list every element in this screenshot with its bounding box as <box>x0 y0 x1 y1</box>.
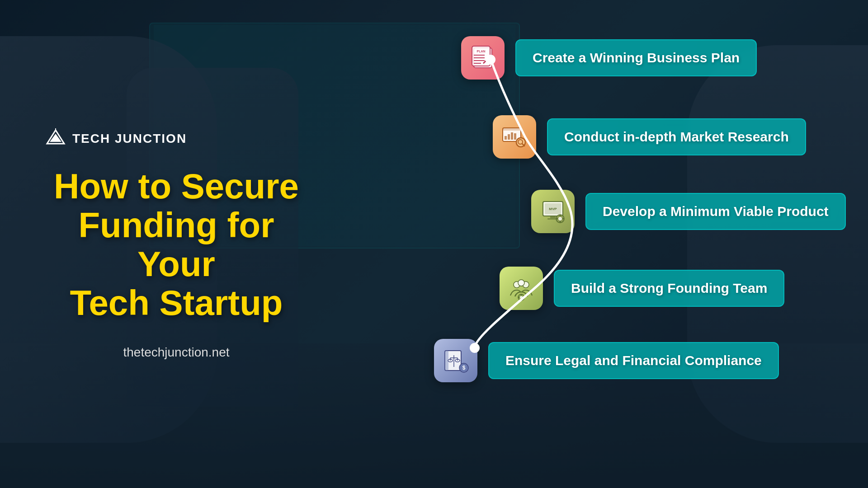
svg-rect-39 <box>521 299 522 300</box>
main-heading: How to Secure Funding for Your Tech Star… <box>45 167 307 322</box>
logo-area: TECH JUNCTION <box>45 128 307 149</box>
svg-point-35 <box>518 280 524 286</box>
brand-logo-icon <box>45 128 66 149</box>
step-3-icon: MVP <box>531 190 575 233</box>
svg-rect-38 <box>521 294 522 296</box>
step-4-text: Build a Strong Founding Team <box>571 281 767 296</box>
mvp-icon: MVP <box>539 198 566 225</box>
svg-text:PLAN: PLAN <box>476 50 485 53</box>
step-4: Build a Strong Founding Team <box>500 267 784 310</box>
svg-rect-40 <box>518 297 519 298</box>
step-5-label: Ensure Legal and Financial Compliance <box>488 342 779 379</box>
svg-point-28 <box>558 217 562 221</box>
svg-rect-32 <box>562 218 564 220</box>
svg-rect-25 <box>550 216 556 218</box>
step-5: $ Ensure Legal and Financial Compliance <box>434 339 779 382</box>
main-content: TECH JUNCTION How to Secure Funding for … <box>0 0 868 488</box>
step-1: PLAN Create a Winning Business Plan <box>461 36 757 80</box>
step-2-icon <box>493 115 536 159</box>
svg-rect-16 <box>508 134 510 140</box>
svg-point-37 <box>520 296 523 299</box>
heading-line1: How to Secure <box>54 166 299 206</box>
svg-rect-41 <box>523 297 524 298</box>
step-5-text: Ensure Legal and Financial Compliance <box>505 353 762 368</box>
step-4-label: Build a Strong Founding Team <box>554 270 784 307</box>
step-2: Conduct in-depth Market Research <box>493 115 806 159</box>
plan-icon: PLAN <box>469 44 496 71</box>
step-2-label: Conduct in-depth Market Research <box>547 118 806 155</box>
svg-text:$: $ <box>462 365 466 371</box>
step-1-icon: PLAN <box>461 36 505 80</box>
heading-line2: Funding for Your <box>78 205 274 284</box>
website-url: thetechjunction.net <box>45 345 307 360</box>
step-5-icon: $ <box>434 339 477 382</box>
team-icon <box>508 275 535 302</box>
market-research-icon <box>501 123 528 150</box>
legal-icon: $ <box>442 347 469 374</box>
diagram-panel: PLAN Create a Winning Business Plan <box>371 0 868 488</box>
svg-text:MVP: MVP <box>549 207 557 211</box>
step-1-label: Create a Winning Business Plan <box>515 39 757 76</box>
svg-rect-15 <box>505 136 507 140</box>
svg-rect-31 <box>556 218 558 220</box>
left-panel: TECH JUNCTION How to Secure Funding for … <box>27 0 307 488</box>
svg-rect-18 <box>514 133 516 140</box>
brand-name: TECH JUNCTION <box>72 131 187 146</box>
step-3-label: Develop a Minimum Viable Product <box>585 193 846 230</box>
svg-rect-30 <box>560 221 561 223</box>
svg-rect-17 <box>511 132 513 140</box>
svg-rect-14 <box>503 128 521 131</box>
step-3-text: Develop a Minimum Viable Product <box>603 204 829 219</box>
step-2-text: Conduct in-depth Market Research <box>564 129 789 144</box>
step-4-icon <box>500 267 543 310</box>
step-3: MVP Develop a Minimum Viable Product <box>531 190 846 233</box>
step-1-text: Create a Winning Business Plan <box>533 50 740 65</box>
svg-rect-29 <box>560 215 561 216</box>
heading-line3: Tech Startup <box>70 283 283 323</box>
